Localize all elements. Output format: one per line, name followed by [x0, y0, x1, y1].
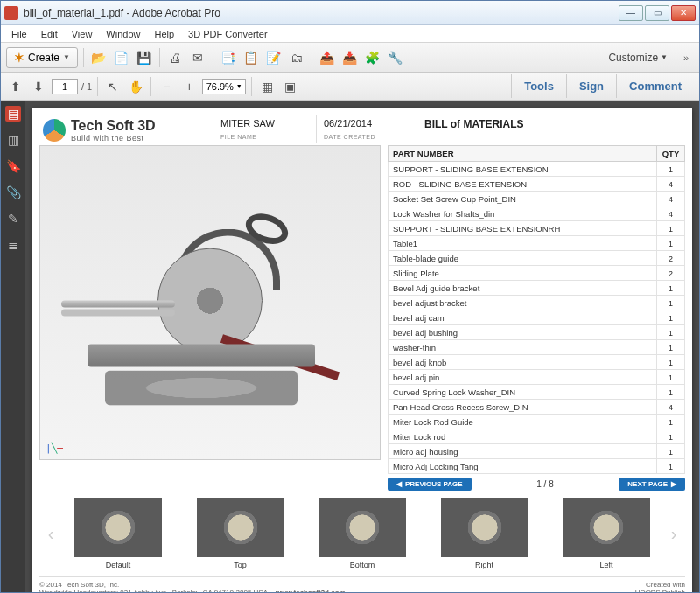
convert-8-icon[interactable]: 🔧	[386, 48, 405, 67]
table-row[interactable]: Lock Washer for Shafts_din4	[388, 206, 685, 221]
zoom-out-icon[interactable]: −	[157, 77, 176, 96]
convert-1-icon[interactable]: 📑	[219, 48, 238, 67]
convert-7-icon[interactable]: 🧩	[363, 48, 382, 67]
bom-page-indicator: 1 / 8	[536, 479, 553, 489]
cell-part: bevel adj pin	[388, 370, 657, 385]
menubar: File Edit View Window Help 3D PDF Conver…	[1, 25, 699, 43]
thumbnail-image	[441, 498, 528, 557]
table-row[interactable]: bevel adj bushing1	[388, 325, 685, 340]
page-total: / 1	[81, 81, 92, 92]
cell-qty: 1	[657, 221, 685, 236]
brand-logo-icon	[43, 119, 66, 142]
table-row[interactable]: bevel adj pin1	[388, 370, 685, 385]
sign-pane-button[interactable]: Sign	[566, 74, 616, 98]
page-down-icon[interactable]: ⬇	[29, 77, 48, 96]
nav-signatures-icon[interactable]: ✎	[5, 211, 21, 227]
view-thumbnail[interactable]: Right	[441, 498, 528, 569]
table-row[interactable]: bevel adj cam1	[388, 310, 685, 325]
hand-icon[interactable]: ✋	[126, 77, 145, 96]
axis-triad-icon: |╲─	[46, 443, 63, 454]
next-page-button[interactable]: NEXT PAGE▶	[619, 478, 685, 491]
table-row[interactable]: Socket Set Screw Cup Point_DIN4	[388, 192, 685, 206]
view-thumbnail[interactable]: Bottom	[318, 498, 406, 569]
menu-file[interactable]: File	[4, 27, 34, 41]
cell-qty: 1	[657, 370, 685, 385]
cell-part: washer-thin	[388, 340, 657, 355]
table-row[interactable]: Miter Lock Rod Guide1	[388, 415, 685, 429]
cell-part: Socket Set Screw Cup Point_DIN	[388, 192, 657, 206]
save-icon[interactable]: 💾	[135, 48, 154, 67]
tools-pane-button[interactable]: Tools	[511, 74, 566, 98]
convert-2-icon[interactable]: 📋	[242, 48, 261, 67]
nav-pages-icon[interactable]: ▥	[5, 132, 21, 148]
customize-button[interactable]: Customize ▼	[601, 49, 675, 66]
view-thumbnail[interactable]: Left	[563, 498, 650, 569]
nav-attachments-icon[interactable]: 📎	[5, 185, 21, 200]
cell-part: SUPPORT - SLIDING BASE EXTENSION	[388, 162, 657, 177]
table-row[interactable]: ROD - SLIDING BASE EXTENSION4	[388, 177, 685, 192]
menu-window[interactable]: Window	[99, 27, 147, 41]
table-row[interactable]: bevel adj knob1	[388, 355, 685, 370]
view-thumbnail[interactable]: Top	[197, 498, 284, 569]
page-number-input[interactable]	[52, 79, 78, 94]
table-row[interactable]: SUPPORT - SLIDING BASE EXTENSION1	[388, 162, 685, 177]
nav-thumbnails-icon[interactable]: ▤	[5, 106, 21, 122]
bom-title: BILL of MATERIALS	[419, 115, 685, 134]
convert-3-icon[interactable]: 📝	[264, 48, 284, 67]
table-row[interactable]: Sliding Plate2	[388, 266, 685, 281]
convert-4-icon[interactable]: 🗂	[287, 48, 306, 67]
col-part[interactable]: PART NUMBER	[388, 146, 657, 162]
comment-pane-button[interactable]: Comment	[616, 74, 694, 98]
table-row[interactable]: SUPPORT - SLIDING BASE EXTENSIONRH1	[388, 221, 685, 236]
cell-part: SUPPORT - SLIDING BASE EXTENSIONRH	[388, 221, 657, 236]
table-row[interactable]: Bevel Adj guide bracket1	[388, 281, 685, 296]
convert-6-icon[interactable]: 📥	[340, 48, 360, 67]
create-button[interactable]: ✶ Create ▼	[6, 47, 78, 68]
create-pdf-icon[interactable]: 📄	[112, 48, 131, 67]
thumbnail-image	[197, 498, 284, 557]
table-row[interactable]: Table-blade guide2	[388, 251, 685, 266]
table-row[interactable]: bevel adjust bracket1	[388, 296, 685, 310]
nav-bookmarks-icon[interactable]: 🔖	[5, 158, 21, 174]
cell-part: bevel adj cam	[388, 310, 657, 325]
page-footer: © 2014 Tech Soft 3D, Inc. Worldwide Head…	[39, 576, 685, 592]
zoom-in-icon[interactable]: +	[179, 77, 199, 96]
menu-help[interactable]: Help	[147, 27, 181, 41]
col-qty[interactable]: QTY	[657, 146, 685, 162]
tool-b-icon[interactable]: ▣	[280, 77, 299, 96]
thumb-next-button[interactable]: ›	[666, 507, 682, 560]
table-row[interactable]: Micro adj housing1	[388, 444, 685, 459]
menu-view[interactable]: View	[65, 27, 100, 41]
toolbar-page: ⬆ ⬇ / 1 ↖ ✋ − + 76.9%▼ ▦ ▣ Tools Sign Co…	[1, 73, 699, 101]
print-icon[interactable]: 🖨	[165, 48, 185, 67]
bom-table: PART NUMBER QTY SUPPORT - SLIDING BASE E…	[388, 145, 685, 474]
document-viewport[interactable]: Tech Soft 3D Build with the Best MITER S…	[25, 101, 699, 592]
open-icon[interactable]: 📂	[89, 48, 108, 67]
table-row[interactable]: washer-thin1	[388, 340, 685, 355]
separator	[213, 48, 214, 67]
menu-3dpdf[interactable]: 3D PDF Converter	[181, 27, 274, 41]
3d-viewport[interactable]: |╲─	[39, 145, 381, 460]
expand-toolbar-button[interactable]: »	[678, 52, 694, 63]
thumb-prev-button[interactable]: ‹	[43, 507, 59, 560]
mail-icon[interactable]: ✉	[188, 48, 207, 67]
nav-layers-icon[interactable]: ≣	[5, 237, 21, 253]
maximize-button[interactable]: ▭	[645, 5, 669, 21]
convert-5-icon[interactable]: 📤	[318, 48, 337, 67]
minimize-button[interactable]: —	[619, 5, 643, 21]
view-thumbnail[interactable]: Default	[74, 498, 162, 569]
table-row[interactable]: Pan Head Cross Recess Screw_DIN4	[388, 400, 685, 415]
caret-down-icon: ▼	[661, 53, 668, 61]
prev-page-button[interactable]: ◀PREVIOUS PAGE	[388, 478, 472, 491]
caret-down-icon: ▼	[63, 53, 70, 61]
table-row[interactable]: Table11	[388, 236, 685, 251]
page-up-icon[interactable]: ⬆	[6, 77, 25, 96]
zoom-combo[interactable]: 76.9%▼	[202, 79, 246, 94]
menu-edit[interactable]: Edit	[34, 27, 65, 41]
table-row[interactable]: Miter Lock rod1	[388, 429, 685, 444]
close-button[interactable]: ✕	[671, 5, 696, 21]
table-row[interactable]: Curved Spring Lock Washer_DIN1	[388, 385, 685, 400]
table-row[interactable]: Micro Adj Locking Tang1	[388, 459, 685, 474]
cursor-icon[interactable]: ↖	[103, 77, 122, 96]
tool-a-icon[interactable]: ▦	[257, 77, 276, 96]
